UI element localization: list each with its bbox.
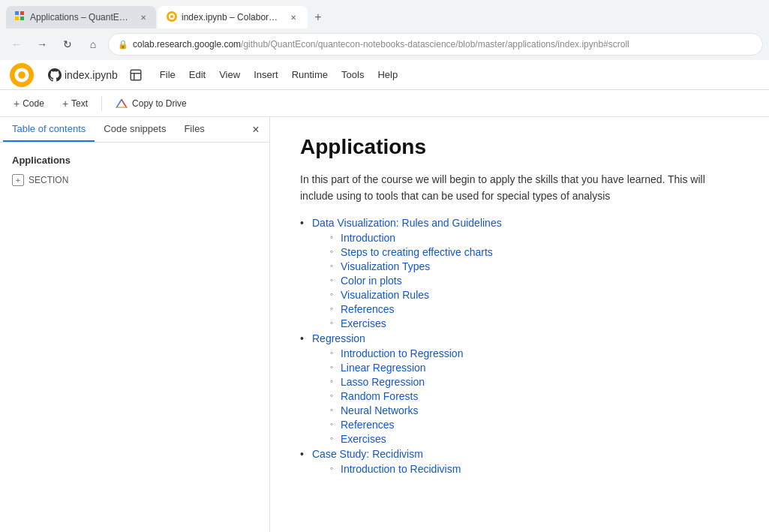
tab-code-snippets[interactable]: Code snippets: [95, 117, 175, 142]
tab2-favicon: [167, 11, 177, 24]
add-code-button[interactable]: + Code: [6, 95, 52, 112]
tab-files[interactable]: Files: [175, 117, 213, 142]
tab-bar: Applications – QuantEcon Dat… ✕ index.ip…: [0, 0, 769, 29]
svg-rect-0: [15, 11, 19, 15]
page-title: Applications: [300, 135, 739, 159]
list-item: References: [330, 419, 739, 431]
tab-colab[interactable]: index.ipynb – Colaboratory ✕: [158, 6, 308, 29]
menu-view[interactable]: View: [213, 66, 246, 83]
svg-marker-11: [116, 99, 126, 107]
menu-insert[interactable]: Insert: [248, 66, 284, 83]
section2-link[interactable]: Regression: [312, 332, 365, 344]
colab-toolbar: index.ipynb File Edit View Insert Runtim…: [0, 60, 769, 90]
forward-button[interactable]: →: [32, 34, 53, 55]
plus-text-icon: +: [62, 98, 68, 110]
address-url: colab.research.google.com/github/QuantEc…: [133, 39, 629, 50]
menu-file[interactable]: File: [154, 66, 182, 83]
subsection-link[interactable]: Lasso Regression: [341, 376, 425, 388]
subsection-references-2[interactable]: References: [341, 419, 395, 431]
svg-rect-3: [20, 17, 24, 20]
tab-applications[interactable]: Applications – QuantEcon Dat… ✕: [6, 6, 156, 29]
sidebar: Table of contents Code snippets Files × …: [0, 117, 270, 532]
home-button[interactable]: ⌂: [83, 34, 104, 55]
subsection-link[interactable]: Neural Networks: [341, 404, 418, 416]
toc-section-item[interactable]: + SECTION: [6, 172, 263, 188]
browser-chrome: Applications – QuantEcon Dat… ✕ index.ip…: [0, 0, 769, 532]
subsection-link[interactable]: Linear Regression: [341, 362, 426, 374]
list-item: Exercises: [330, 433, 739, 445]
tab1-close[interactable]: ✕: [139, 12, 147, 23]
subsection-references-1[interactable]: References: [341, 303, 395, 315]
tab-toc[interactable]: Table of contents: [3, 117, 95, 142]
copy-to-drive-button[interactable]: Copy to Drive: [108, 95, 194, 112]
subsection-link[interactable]: Visualization Types: [341, 260, 430, 272]
list-item: Lasso Regression: [330, 376, 739, 388]
github-icon: [48, 68, 62, 82]
address-bar-row: ← → ↻ ⌂ 🔒 colab.research.google.com/gith…: [0, 29, 769, 60]
sections-list: Data Visualization: Rules and Guidelines…: [300, 217, 739, 475]
svg-point-9: [18, 71, 26, 79]
svg-rect-1: [20, 11, 24, 15]
toolbar-divider: [101, 96, 102, 111]
address-bar[interactable]: 🔒 colab.research.google.com/github/Quant…: [108, 33, 763, 56]
subsection-link[interactable]: Introduction: [341, 232, 395, 244]
subsection-link[interactable]: Introduction to Regression: [341, 347, 463, 359]
new-tab-button[interactable]: +: [309, 8, 327, 26]
list-item: Introduction: [330, 232, 739, 244]
list-item: Neural Networks: [330, 404, 739, 416]
menu-tools[interactable]: Tools: [335, 66, 370, 83]
url-path: /github/QuantEcon/quantecon-notebooks-da…: [241, 39, 629, 50]
menu-edit[interactable]: Edit: [183, 66, 212, 83]
subsection-link[interactable]: Introduction to Recidivism: [341, 463, 461, 475]
subsection-link[interactable]: Exercises: [341, 433, 386, 445]
copy-drive-label: Copy to Drive: [132, 98, 187, 109]
list-item: References: [330, 303, 739, 315]
url-prefix: colab.research.google.com: [133, 39, 241, 50]
sidebar-close-button[interactable]: ×: [245, 119, 266, 140]
subsections-list-3: Introduction to Recidivism: [312, 463, 739, 475]
subsection-link[interactable]: Steps to creating effective charts: [341, 246, 493, 258]
subsection-link[interactable]: Exercises: [341, 317, 386, 329]
add-text-button[interactable]: + Text: [55, 95, 95, 112]
list-item: Color in plots: [330, 275, 739, 287]
toc-section-label: SECTION: [29, 175, 68, 185]
colab-logo: [6, 59, 38, 91]
drive-icon: [116, 98, 128, 109]
plus-code-icon: +: [14, 98, 20, 110]
tab2-label: index.ipynb – Colaboratory: [182, 12, 281, 23]
tab1-label: Applications – QuantEcon Dat…: [30, 12, 131, 23]
list-item: Regression Introduction to Regression Li…: [300, 332, 739, 445]
intro-text: In this part of the course we will begin…: [300, 171, 739, 205]
toc-applications-title: Applications: [6, 152, 263, 169]
sidebar-tabs: Table of contents Code snippets Files ×: [0, 117, 269, 143]
list-item: Visualization Types: [330, 260, 739, 272]
list-item: Random Forests: [330, 390, 739, 402]
subsection-link[interactable]: Visualization Rules: [341, 289, 429, 301]
list-item: Introduction to Recidivism: [330, 463, 739, 475]
menu-help[interactable]: Help: [371, 66, 404, 83]
section-expand-icon: +: [12, 174, 24, 186]
tab1-favicon: [15, 11, 26, 24]
text-btn-label: Text: [71, 98, 88, 109]
menu-runtime[interactable]: Runtime: [286, 66, 334, 83]
list-item: Linear Regression: [330, 362, 739, 374]
tab2-close[interactable]: ✕: [289, 12, 299, 23]
subsections-list-2: Introduction to Regression Linear Regres…: [312, 347, 739, 445]
section1-link[interactable]: Data Visualization: Rules and Guidelines: [312, 217, 502, 229]
svg-rect-2: [15, 17, 19, 20]
list-item: Data Visualization: Rules and Guidelines…: [300, 217, 739, 329]
back-button[interactable]: ←: [6, 34, 27, 55]
notebook-title-btn[interactable]: index.ipynb: [42, 65, 124, 85]
section3-link[interactable]: Case Study: Recidivism: [312, 448, 423, 460]
content-area[interactable]: Applications In this part of the course …: [270, 117, 769, 532]
subsection-link[interactable]: Color in plots: [341, 275, 402, 287]
subsections-list-1: Introduction Steps to creating effective…: [312, 232, 739, 329]
save-to-drive-icon[interactable]: [125, 65, 146, 86]
menu-items: File Edit View Insert Runtime Tools Help: [154, 66, 404, 83]
list-item: Case Study: Recidivism Introduction to R…: [300, 448, 739, 475]
notebook-name: index.ipynb: [65, 69, 118, 81]
list-item: Visualization Rules: [330, 289, 739, 301]
refresh-button[interactable]: ↻: [57, 34, 78, 55]
code-toolbar: + Code + Text Copy to Drive: [0, 90, 769, 117]
subsection-random-forests[interactable]: Random Forests: [341, 390, 418, 402]
